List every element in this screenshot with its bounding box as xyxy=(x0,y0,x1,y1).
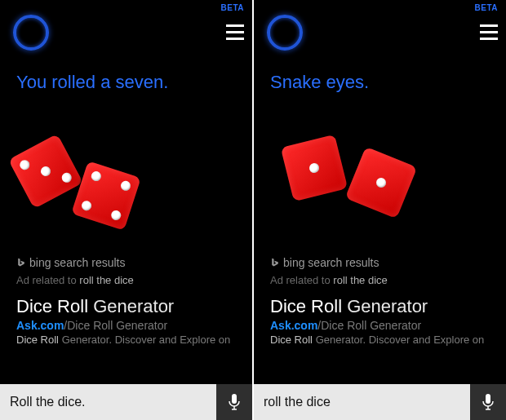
cortana-pane-left: BETA You rolled a seven. bing search res… xyxy=(0,0,252,420)
bing-icon xyxy=(270,257,280,267)
die-left xyxy=(281,135,348,201)
bing-results-label: bing search results xyxy=(270,256,490,269)
ad-label: Ad related to roll the dice xyxy=(270,274,490,286)
input-bar xyxy=(0,384,252,420)
header: BETA xyxy=(0,0,252,49)
svg-rect-3 xyxy=(486,394,490,404)
mic-button[interactable] xyxy=(216,384,252,420)
cortana-ring-icon[interactable] xyxy=(13,15,49,51)
ad-label: Ad related to roll the dice xyxy=(16,274,236,286)
die-left xyxy=(8,134,83,209)
hamburger-menu-icon[interactable] xyxy=(480,24,498,40)
input-bar xyxy=(254,384,506,420)
dice-image xyxy=(254,101,506,256)
beta-label: BETA xyxy=(221,3,244,12)
cortana-pane-right: BETA Snake eyes. bing search results Ad … xyxy=(254,0,506,420)
query-input[interactable] xyxy=(254,384,470,420)
search-result-item[interactable]: Dice Roll Generator Ask.com/Dice Roll Ge… xyxy=(16,296,236,347)
svg-rect-0 xyxy=(232,394,237,404)
search-result-item[interactable]: Dice Roll Generator Ask.com/Dice Roll Ge… xyxy=(270,296,490,347)
dice-image xyxy=(0,101,252,256)
mic-button[interactable] xyxy=(470,384,506,420)
cortana-response: You rolled a seven. xyxy=(0,49,252,93)
hamburger-menu-icon[interactable] xyxy=(226,24,244,40)
result-title: Dice Roll Generator xyxy=(270,296,490,317)
header: BETA xyxy=(254,0,506,49)
mic-icon xyxy=(482,393,495,411)
die-right xyxy=(71,161,141,232)
bing-results-label: bing search results xyxy=(16,256,236,269)
search-results: bing search results Ad related to roll t… xyxy=(0,256,252,347)
result-snippet: Dice Roll Generator. Discover and Explor… xyxy=(16,334,236,347)
result-url: Ask.com/Dice Roll Generator xyxy=(270,319,490,332)
cortana-response: Snake eyes. xyxy=(254,49,506,93)
cortana-ring-icon[interactable] xyxy=(267,15,303,51)
beta-label: BETA xyxy=(475,3,498,12)
search-results: bing search results Ad related to roll t… xyxy=(254,256,506,347)
result-snippet: Dice Roll Generator. Discover and Explor… xyxy=(270,334,490,347)
result-title: Dice Roll Generator xyxy=(16,296,236,317)
result-url: Ask.com/Dice Roll Generator xyxy=(16,319,236,332)
query-input[interactable] xyxy=(0,384,216,420)
mic-icon xyxy=(228,393,241,411)
die-right xyxy=(345,147,418,219)
bing-icon xyxy=(16,257,26,267)
